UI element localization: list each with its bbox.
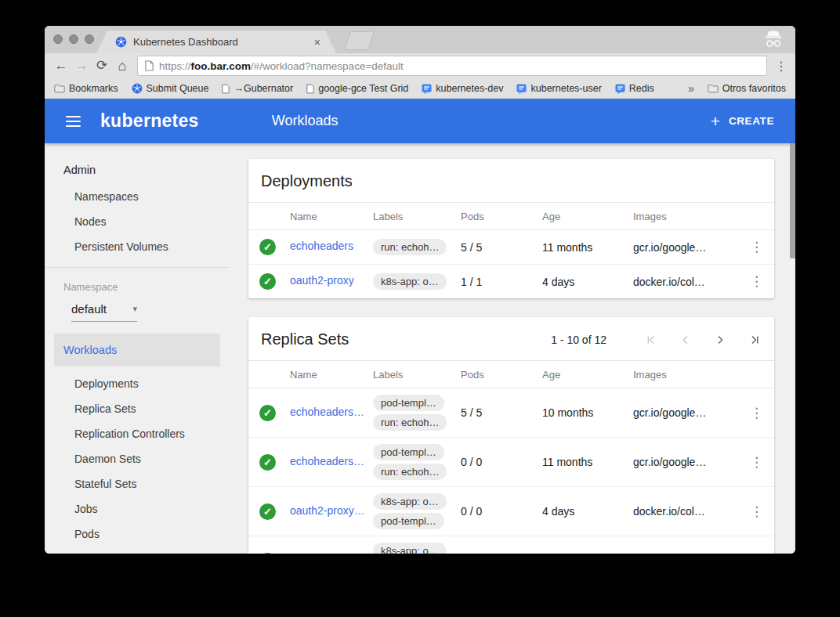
incognito-icon: [763, 29, 784, 51]
resource-link[interactable]: echoheaders…: [290, 406, 364, 418]
bookmark-gubernator[interactable]: →Gubernator: [222, 83, 293, 94]
resource-link[interactable]: echoheaders…: [290, 455, 364, 467]
bookmark-folder-bookmarks[interactable]: Bookmarks: [54, 83, 118, 94]
namespace-select[interactable]: default ▾: [71, 302, 137, 322]
sidebar-item-pods[interactable]: Pods: [45, 521, 229, 547]
sidebar-item-persistent-volumes[interactable]: Persistent Volumes: [45, 234, 229, 259]
table-row: ✓ echoheaders… pod-templ…run: echoh… 5 /…: [248, 388, 774, 438]
sidebar-item-nodes[interactable]: Nodes: [45, 209, 229, 234]
window-controls: [53, 34, 94, 44]
first-page-icon[interactable]: [644, 333, 658, 347]
sidebar-item-replica-sets[interactable]: Replica Sets: [45, 396, 229, 421]
kubernetes-icon: [132, 83, 143, 94]
resource-link[interactable]: oauth2-proxy…: [290, 504, 365, 517]
label-chip: pod-templ…: [373, 395, 444, 411]
sidebar-item-namespaces[interactable]: Namespaces: [45, 184, 229, 209]
sidebar-item-deployments[interactable]: Deployments: [45, 371, 229, 396]
previous-page-icon[interactable]: [679, 333, 693, 347]
column-header-age: Age: [535, 203, 626, 230]
row-menu-icon[interactable]: ⋮: [750, 554, 764, 554]
table-row: ✓ oauth2-proxy… k8s-app: o…pod-templ… 0 …: [248, 487, 774, 536]
row-menu-icon[interactable]: ⋮: [750, 455, 764, 470]
bookmark-label: google-gce Test Grid: [318, 83, 408, 94]
zoom-window-button[interactable]: [85, 34, 94, 44]
column-header-pods: Pods: [454, 203, 535, 230]
next-page-icon[interactable]: [713, 333, 727, 347]
images-cell: gcr.io/google…: [626, 438, 740, 487]
chat-icon: [615, 84, 625, 94]
table-row: ✓ oauth2-proxy… k8s-app: o…pod-templ… 0 …: [248, 536, 774, 554]
forward-button[interactable]: →: [71, 56, 92, 76]
age-cell: 4 days: [535, 536, 626, 554]
column-header-labels: Labels: [366, 361, 454, 388]
address-bar[interactable]: https://foo.bar.com/#/workload?namespace…: [137, 56, 767, 76]
images-cell: docker.io/col…: [626, 487, 740, 536]
home-button[interactable]: ⌂: [112, 56, 132, 76]
app-header: kubernetes Workloads + CREATE: [45, 99, 795, 143]
page-security-icon: [145, 60, 154, 71]
bookmark-redis[interactable]: Redis: [615, 83, 654, 94]
age-cell: 10 months: [535, 388, 626, 438]
row-menu-icon[interactable]: ⋮: [750, 406, 764, 420]
hamburger-menu-icon[interactable]: [66, 116, 81, 127]
resource-link[interactable]: oauth2-proxy…: [290, 554, 365, 554]
sidebar: Admin Namespaces Nodes Persistent Volume…: [45, 143, 229, 554]
sidebar-item-stateful-sets[interactable]: Stateful Sets: [45, 471, 229, 496]
last-page-icon[interactable]: [748, 333, 762, 347]
deployments-card: Deployments Name Labels Pods Age Images: [248, 159, 774, 298]
sidebar-item-daemon-sets[interactable]: Daemon Sets: [45, 446, 229, 471]
deployments-card-header: Deployments: [248, 159, 774, 202]
table-header-row: Name Labels Pods Age Images: [248, 361, 774, 388]
row-menu-icon[interactable]: ⋮: [750, 240, 764, 254]
close-window-button[interactable]: [53, 34, 63, 44]
sidebar-item-jobs[interactable]: Jobs: [45, 496, 229, 521]
browser-menu-icon[interactable]: ⋮: [773, 59, 789, 74]
reload-button[interactable]: ⟳: [92, 56, 112, 76]
column-header-name: Name: [283, 203, 366, 230]
status-ok-icon: ✓: [259, 273, 276, 290]
chat-icon: [422, 84, 432, 94]
column-header-labels: Labels: [366, 203, 454, 230]
bookmark-label: →Gubernator: [234, 83, 293, 94]
page-title: Workloads: [272, 113, 339, 129]
bookmarks-overflow-icon[interactable]: »: [688, 82, 694, 95]
kubernetes-favicon: [115, 36, 127, 48]
label-chip: pod-templ…: [373, 444, 444, 460]
resource-link[interactable]: echoheaders: [290, 240, 353, 252]
status-column-header: [248, 361, 283, 388]
column-header-age: Age: [535, 361, 626, 388]
tab-close-icon[interactable]: ×: [314, 36, 320, 49]
bookmark-kubernetes-user[interactable]: kubernetes-user: [516, 83, 601, 94]
bookmark-google-gce-test-grid[interactable]: google-gce Test Grid: [306, 83, 408, 94]
page-icon: [306, 84, 314, 94]
create-button[interactable]: + CREATE: [711, 113, 774, 129]
resource-link[interactable]: oauth2-proxy: [290, 274, 354, 287]
row-menu-icon[interactable]: ⋮: [750, 274, 764, 289]
browser-tab[interactable]: Kubernetes Dashboard ×: [96, 31, 336, 53]
images-cell: docker.io/col…: [626, 536, 740, 554]
vertical-scrollbar[interactable]: [790, 143, 795, 258]
label-chip: k8s-app: o…: [373, 273, 447, 290]
new-tab-button[interactable]: [344, 31, 375, 50]
status-ok-icon: ✓: [259, 239, 276, 255]
bookmark-label: kubernetes-dev: [436, 83, 503, 94]
replica-sets-table: Name Labels Pods Age Images ✓ echoheader…: [248, 360, 774, 554]
pods-cell: 0 / 0: [454, 438, 535, 487]
age-cell: 4 days: [535, 265, 626, 299]
bookmark-folder-otros-favoritos[interactable]: Otros favoritos: [708, 83, 786, 94]
sidebar-item-workloads[interactable]: Workloads: [54, 334, 220, 366]
pagination-range: 1 - 10 of 12: [551, 334, 606, 346]
sidebar-item-admin[interactable]: Admin: [45, 156, 229, 184]
bookmark-kubernetes-dev[interactable]: kubernetes-dev: [422, 83, 503, 94]
back-button[interactable]: ←: [51, 56, 71, 76]
bookmark-submit-queue[interactable]: Submit Queue: [132, 83, 209, 94]
row-menu-icon[interactable]: ⋮: [750, 504, 764, 519]
url-scheme: https://: [159, 60, 191, 72]
table-row: ✓ oauth2-proxy k8s-app: o… 1 / 1 4 days …: [248, 265, 774, 299]
chat-icon: [516, 84, 527, 94]
minimize-window-button[interactable]: [69, 34, 78, 44]
bookmark-label: kubernetes-user: [530, 83, 601, 94]
sidebar-item-replication-controllers[interactable]: Replication Controllers: [45, 421, 229, 446]
pods-cell: 1 / 1: [454, 265, 535, 299]
table-row: ✓ echoheaders run: echoh… 5 / 5 11 month…: [248, 230, 774, 265]
